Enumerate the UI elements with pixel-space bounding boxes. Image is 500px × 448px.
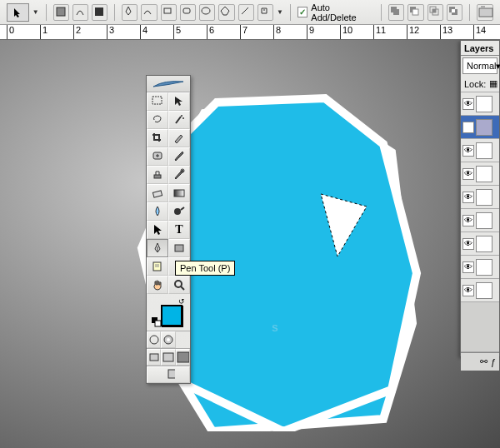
svg-rect-33 — [174, 190, 184, 197]
dropdown-arrow-icon[interactable]: ▼ — [277, 8, 283, 16]
shape-polygon[interactable] — [218, 4, 234, 21]
svg-line-35 — [181, 207, 184, 210]
shape-round-rect[interactable] — [180, 4, 196, 21]
layer-row[interactable]: 👁 — [461, 232, 499, 256]
shape-ellipse[interactable] — [199, 4, 215, 21]
svg-rect-2 — [164, 8, 171, 13]
layer-thumbnail — [476, 189, 492, 206]
layer-row[interactable]: 👁 — [461, 279, 499, 302]
layer-row[interactable]: 👁 — [461, 186, 499, 209]
eraser-tool[interactable] — [147, 184, 168, 202]
full-menu-screen[interactable] — [161, 349, 175, 366]
pen-variant-2[interactable] — [141, 4, 157, 21]
shape-custom[interactable] — [258, 4, 273, 21]
quick-mask-mode[interactable] — [161, 331, 175, 348]
foreground-color[interactable] — [161, 305, 182, 326]
svg-line-6 — [242, 7, 248, 14]
layer-thumbnail — [476, 212, 492, 229]
pen-variant-1[interactable] — [122, 4, 138, 21]
visibility-toggle[interactable]: 👁 — [462, 145, 474, 157]
shape-line[interactable] — [238, 4, 254, 21]
paths-mode[interactable] — [72, 4, 88, 21]
svg-point-34 — [174, 208, 181, 215]
lasso-tool[interactable] — [147, 111, 168, 129]
visibility-toggle[interactable]: 👁 — [462, 261, 474, 273]
path-op-add[interactable] — [388, 4, 404, 21]
shape-layers-mode[interactable] — [53, 4, 69, 21]
svg-rect-17 — [479, 8, 492, 17]
svg-line-24 — [176, 117, 181, 123]
jump-to-row — [147, 366, 190, 383]
dodge-tool[interactable] — [168, 202, 190, 221]
link-layers-icon[interactable]: ⚯ — [480, 356, 488, 367]
path-op-exclude[interactable] — [447, 4, 462, 21]
standard-screen[interactable] — [147, 349, 161, 366]
path-op-intersect[interactable] — [428, 4, 443, 21]
tool-preset-picker[interactable] — [7, 3, 29, 22]
marquee-tool[interactable] — [147, 92, 168, 111]
svg-rect-49 — [150, 354, 158, 361]
type-tool[interactable]: T — [168, 221, 190, 239]
path-op-subtract[interactable] — [408, 4, 423, 21]
svg-rect-0 — [57, 7, 65, 16]
palette-well-icon[interactable] — [477, 4, 493, 21]
layer-row[interactable]: 👁 — [461, 116, 499, 139]
svg-rect-50 — [163, 353, 173, 361]
notes-tool[interactable] — [147, 257, 168, 276]
svg-rect-23 — [152, 97, 162, 104]
hand-tool[interactable] — [147, 276, 168, 294]
move-tool[interactable] — [168, 92, 190, 111]
canvas[interactable]: S — [0, 40, 500, 448]
horizontal-ruler: 0 1 2 3 4 5 6 7 8 9 10 11 12 13 14 — [0, 25, 500, 40]
rectangle-tool[interactable] — [168, 239, 190, 257]
svg-point-46 — [150, 336, 158, 344]
slice-tool[interactable] — [168, 129, 190, 147]
visibility-toggle[interactable]: 👁 — [462, 168, 474, 180]
zoom-tool[interactable] — [168, 276, 190, 294]
visibility-toggle[interactable]: 👁 — [462, 215, 474, 226]
blur-tool[interactable] — [147, 202, 168, 221]
color-swatches[interactable]: ↺ — [147, 294, 190, 331]
layer-row[interactable]: 👁 — [461, 92, 499, 116]
auto-add-delete-checkbox[interactable]: ✓ — [298, 7, 308, 17]
gradient-tool[interactable] — [168, 184, 190, 202]
tooltip: Pen Tool (P) — [175, 261, 235, 276]
svg-rect-45 — [155, 321, 161, 326]
fill-pixels-mode[interactable] — [92, 4, 108, 21]
standard-mode[interactable] — [147, 331, 161, 348]
layer-style-icon[interactable]: ƒ — [491, 357, 496, 367]
feather-icon — [152, 78, 185, 90]
jump-to-imageready[interactable] — [147, 366, 190, 383]
dropdown-arrow-icon[interactable]: ▼ — [32, 8, 39, 16]
full-screen[interactable] — [176, 349, 190, 366]
layer-row[interactable]: 👁 — [461, 209, 499, 232]
pen-tool[interactable] — [147, 239, 168, 257]
visibility-toggle[interactable]: 👁 — [462, 98, 474, 110]
clone-stamp-tool[interactable] — [147, 166, 168, 184]
svg-point-4 — [202, 7, 210, 14]
lock-transparency-icon[interactable]: ▦ — [489, 78, 498, 89]
layer-row[interactable]: 👁 — [461, 162, 499, 186]
blend-mode-select[interactable]: Normal▾ — [462, 57, 498, 74]
svg-rect-18 — [481, 6, 485, 8]
shape-rect[interactable] — [161, 4, 177, 21]
path-selection-tool[interactable] — [147, 221, 168, 239]
healing-brush-tool[interactable] — [147, 147, 168, 166]
layer-row[interactable]: 👁 — [461, 139, 499, 162]
separator — [114, 4, 115, 21]
separator — [469, 4, 470, 21]
magic-wand-tool[interactable] — [168, 111, 190, 129]
toolbox-header[interactable] — [147, 76, 190, 92]
layers-tab[interactable]: Layers — [461, 41, 499, 56]
visibility-toggle[interactable]: 👁 — [462, 192, 474, 203]
history-brush-tool[interactable] — [168, 166, 190, 184]
layer-row[interactable]: 👁 — [461, 256, 499, 279]
quick-mask-row — [147, 331, 190, 348]
visibility-toggle[interactable]: 👁 — [462, 122, 474, 133]
visibility-toggle[interactable]: 👁 — [462, 238, 474, 250]
visibility-toggle[interactable]: 👁 — [462, 285, 474, 296]
brush-tool[interactable] — [168, 147, 190, 166]
crop-tool[interactable] — [147, 129, 168, 147]
svg-rect-30 — [154, 175, 161, 178]
svg-line-43 — [181, 286, 184, 290]
